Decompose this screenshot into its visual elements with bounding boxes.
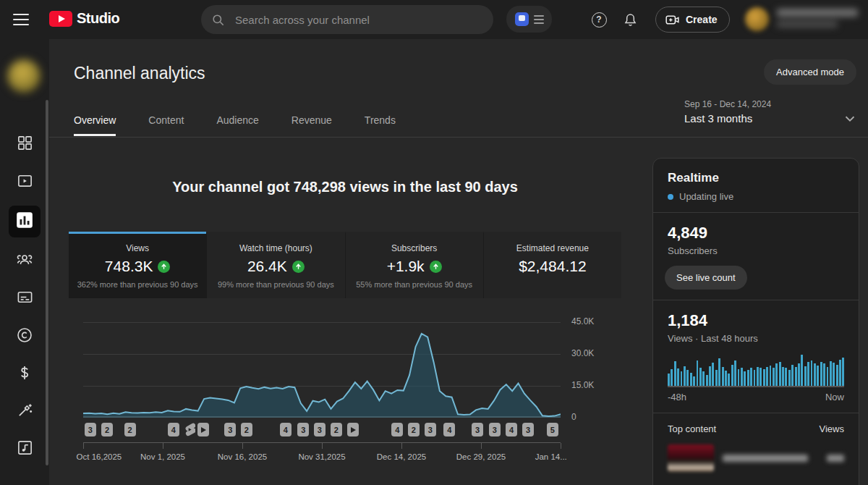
video-markers-row: 3224324332423433435 <box>83 423 561 438</box>
trend-up-icon <box>158 261 170 273</box>
realtime-views-label: Views · Last 48 hours <box>653 330 859 344</box>
metric-card-revenue[interactable]: Estimated revenue $2,484.12 <box>483 232 621 298</box>
channel-avatar[interactable] <box>7 59 41 93</box>
account-avatar[interactable] <box>745 7 769 31</box>
metric-subtext: 55% more than previous 90 days <box>346 280 483 289</box>
video-marker-shorts-icon[interactable] <box>184 423 195 436</box>
chart-plot-area[interactable] <box>83 311 561 418</box>
y-axis-tick-label: 45.0K <box>571 316 594 326</box>
metric-cards: Views 748.3K 362% more than previous 90 … <box>69 232 621 298</box>
date-range-picker[interactable]: Sep 16 - Dec 14, 2024 Last 3 months <box>684 99 771 125</box>
youtube-logo-icon <box>49 11 72 27</box>
extension-icon <box>515 12 529 26</box>
video-marker-count[interactable]: 5 <box>547 423 558 436</box>
x-axis-tick-label: Oct 16,2025 <box>77 452 122 461</box>
advanced-mode-button[interactable]: Advanced mode <box>764 59 856 85</box>
video-marker-count[interactable]: 2 <box>408 423 420 436</box>
realtime-subscribers-value: 4,849 <box>653 213 859 242</box>
chevron-down-icon[interactable] <box>842 111 858 127</box>
tabs-divider <box>49 137 868 138</box>
notifications-button[interactable] <box>621 10 639 29</box>
video-marker-count[interactable]: 3 <box>489 423 501 436</box>
subtitles-icon <box>17 289 33 308</box>
top-content-row[interactable] <box>653 434 859 472</box>
account-name-redacted <box>777 9 858 28</box>
search-input[interactable] <box>235 14 483 26</box>
sidebar-scrollbar[interactable] <box>46 100 48 465</box>
help-button[interactable]: ? <box>590 10 608 29</box>
metric-label: Subscribers <box>346 243 483 253</box>
menu-icon[interactable] <box>13 14 29 25</box>
y-axis-tick-label: 15.0K <box>571 380 594 390</box>
metric-card-subscribers[interactable]: Subscribers +1.9k 55% more than previous… <box>345 232 483 298</box>
sidebar-item-content[interactable] <box>9 168 41 196</box>
realtime-views-bar-chart[interactable] <box>668 354 844 387</box>
dashboard-icon <box>17 135 33 154</box>
video-marker-count[interactable]: 4 <box>280 423 292 436</box>
video-marker-count[interactable]: 3 <box>85 423 96 436</box>
sidebar-item-analytics[interactable] <box>9 206 41 237</box>
sidebar-item-community[interactable] <box>9 247 41 275</box>
tab-content[interactable]: Content <box>148 114 184 136</box>
video-marker-play-icon[interactable] <box>197 423 209 436</box>
live-dot-icon <box>668 194 673 200</box>
realtime-views-value: 1,184 <box>653 300 859 330</box>
studio-wordmark: Studio <box>77 10 119 27</box>
video-marker-count[interactable]: 3 <box>425 423 436 436</box>
date-preset-text: Last 3 months <box>684 112 771 125</box>
create-button[interactable]: Create <box>655 7 730 33</box>
youtube-studio-logo[interactable]: Studio <box>49 10 119 27</box>
notifications-bell-icon <box>623 12 638 28</box>
x-axis-tick-label: Dec 14, 2025 <box>377 452 426 461</box>
video-marker-count[interactable]: 3 <box>522 423 534 436</box>
see-live-count-button[interactable]: See live count <box>665 266 747 290</box>
customization-icon <box>17 402 33 421</box>
x-axis-tick-label: Nov 16, 2025 <box>218 452 267 461</box>
metric-value: 26.4K <box>247 258 287 275</box>
trend-up-icon <box>430 261 442 273</box>
main-content: Channel analytics Advanced mode Sep 16 -… <box>49 39 868 485</box>
realtime-status: Updating live <box>679 191 733 202</box>
y-axis-tick-label: 30.0K <box>571 348 594 358</box>
y-axis-tick-label: 0 <box>571 412 576 422</box>
video-title-redacted <box>723 455 808 462</box>
video-marker-count[interactable]: 3 <box>472 423 483 436</box>
video-marker-count[interactable]: 2 <box>101 423 113 436</box>
sidebar-item-dashboard[interactable] <box>9 130 41 159</box>
sidebar-item-audio-library[interactable] <box>9 435 41 463</box>
sidebar-item-copyright[interactable] <box>9 322 41 350</box>
tab-revenue[interactable]: Revenue <box>292 114 332 136</box>
metric-label: Views <box>69 243 206 253</box>
video-marker-count[interactable]: 3 <box>224 423 236 436</box>
sidebar-item-customization[interactable] <box>9 397 41 426</box>
date-range-text: Sep 16 - Dec 14, 2024 <box>684 99 771 109</box>
tab-audience[interactable]: Audience <box>216 114 258 136</box>
video-marker-count[interactable]: 2 <box>241 423 252 436</box>
video-marker-count[interactable]: 2 <box>124 423 136 436</box>
tab-trends[interactable]: Trends <box>365 114 396 136</box>
video-marker-count[interactable]: 3 <box>314 423 326 436</box>
video-marker-play-icon[interactable] <box>347 423 359 436</box>
create-label: Create <box>686 14 718 25</box>
video-marker-count[interactable]: 4 <box>168 423 179 436</box>
video-marker-count[interactable]: 4 <box>443 423 455 436</box>
search-bar[interactable] <box>201 5 493 34</box>
axis-right-label: Now <box>825 392 844 402</box>
content-icon <box>17 172 33 192</box>
video-marker-count[interactable]: 4 <box>391 423 403 436</box>
x-axis-tick-label: Jan 14... <box>535 452 567 461</box>
sidebar-item-earn[interactable] <box>9 360 41 388</box>
axis-left-label: -48h <box>668 392 686 402</box>
extension-pill[interactable] <box>506 6 552 33</box>
metric-card-views[interactable]: Views 748.3K 362% more than previous 90 … <box>69 232 206 298</box>
video-marker-count[interactable]: 4 <box>506 423 517 436</box>
metric-subtext: 99% more than previous 90 days <box>207 280 344 289</box>
metric-card-watch-time[interactable]: Watch time (hours) 26.4K 99% more than p… <box>206 232 344 298</box>
analytics-tabs: Overview Content Audience Revenue Trends <box>74 114 396 136</box>
create-icon <box>665 12 680 28</box>
sidebar-item-subtitles[interactable] <box>9 284 41 313</box>
video-marker-count[interactable]: 2 <box>331 423 342 436</box>
video-marker-count[interactable]: 3 <box>297 423 309 436</box>
tab-overview[interactable]: Overview <box>74 114 116 136</box>
views-chart: 45.0K30.0K15.0K0 3224324332423433435 Oct… <box>69 303 640 484</box>
